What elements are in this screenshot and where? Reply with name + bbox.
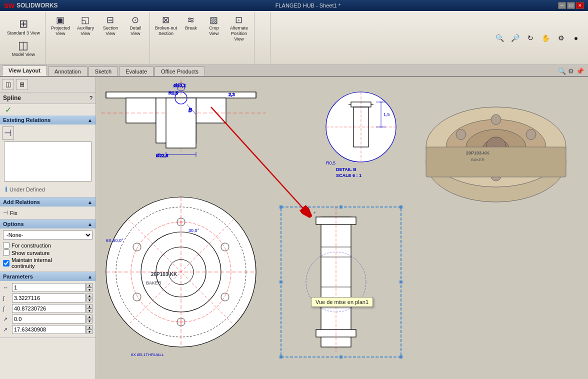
fix-relation-item[interactable]: ⊣ Fix bbox=[3, 208, 92, 217]
tab-officeproducts[interactable]: Office Products bbox=[154, 66, 205, 76]
param5-input[interactable] bbox=[12, 325, 86, 334]
left-panel: ◫ ⊞ Spline ? ✓ Existing Relations ▲ ⊣ ℹ bbox=[0, 77, 96, 379]
auxiliaryview-icon: ◱ bbox=[81, 16, 90, 24]
toolbar-pan-button[interactable]: ✋ bbox=[540, 32, 552, 44]
show-curvature-checkbox[interactable] bbox=[3, 250, 10, 256]
param-row-2: ∫ ▲ ▼ bbox=[3, 294, 92, 302]
panel-icon1[interactable]: ◫ bbox=[2, 79, 14, 90]
param4-input[interactable] bbox=[12, 314, 86, 324]
brand-name: SOLIDWORKS bbox=[16, 2, 58, 9]
existing-relations-header[interactable]: Existing Relations ▲ bbox=[0, 116, 96, 124]
relation-icon-fix: ⊣ bbox=[2, 126, 14, 140]
param4-icon: ↗ bbox=[3, 316, 11, 322]
parameters-collapse[interactable]: ▲ bbox=[88, 274, 92, 280]
detail-view-button[interactable]: ⊙ DetailView bbox=[124, 14, 148, 38]
param3-down[interactable]: ▼ bbox=[86, 308, 92, 313]
param4-spinner: ▲ ▼ bbox=[86, 314, 92, 324]
tab-toolbar-icons: 🔍 ⚙ 📌 bbox=[558, 68, 588, 76]
projected-view-button[interactable]: ▣ ProjectedView bbox=[48, 14, 72, 38]
for-construction-label: For construction bbox=[12, 242, 51, 248]
maintain-continuity-label: Maintain internalcontinuity bbox=[12, 257, 52, 269]
toolbar-zoom-in-button[interactable]: 🔍 bbox=[494, 32, 506, 44]
param1-spinner: ▲ ▼ bbox=[86, 283, 92, 292]
window-title: FLANGED HUB - Sheet1 * bbox=[276, 2, 340, 8]
options-section: Options ▲ -None- For construction Show c… bbox=[0, 220, 96, 272]
param1-input[interactable] bbox=[12, 283, 86, 292]
options-dropdown[interactable]: -None- bbox=[3, 230, 92, 240]
section-view-button[interactable]: ⊟ SectionView bbox=[98, 14, 122, 38]
tab-search-icon[interactable]: 🔍 bbox=[558, 68, 566, 75]
param2-icon: ∫ bbox=[3, 295, 11, 301]
window-controls: ─ □ ✕ bbox=[558, 2, 584, 9]
brokenoutsection-label: Broken-outSection bbox=[155, 26, 177, 36]
relations-list-box[interactable] bbox=[4, 142, 92, 182]
tabbar: View Layout Annotation Sketch Evaluate O… bbox=[0, 65, 588, 77]
cropview-icon: ▨ bbox=[210, 16, 218, 24]
param1-down[interactable]: ▼ bbox=[86, 288, 92, 292]
toolbar-rotate-button[interactable]: ↻ bbox=[524, 32, 536, 44]
parameters-content: ↔ ▲ ▼ ∫ ▲ ▼ ∫ bbox=[0, 281, 96, 338]
close-button[interactable]: ✕ bbox=[576, 2, 584, 9]
tab-settings-icon[interactable]: ⚙ bbox=[568, 68, 574, 75]
panel-icon2[interactable]: ⊞ bbox=[16, 79, 28, 90]
toolbar-group-position bbox=[256, 12, 270, 64]
alternate-position-view-button[interactable]: ⊡ AlternatePositionView bbox=[226, 14, 252, 43]
existing-relations-collapse[interactable]: ▲ bbox=[88, 118, 92, 123]
standard-3view-button[interactable]: ⊞ Standard 3 View bbox=[5, 17, 42, 38]
param5-icon: ↗ bbox=[3, 326, 11, 333]
param5-down[interactable]: ▼ bbox=[86, 330, 92, 334]
broken-out-section-button[interactable]: ⊠ Broken-outSection bbox=[153, 14, 179, 38]
alternateposview-label: AlternatePositionView bbox=[230, 26, 248, 42]
param1-up[interactable]: ▲ bbox=[86, 283, 92, 288]
param2-spinner: ▲ ▼ bbox=[86, 294, 92, 302]
param2-input[interactable] bbox=[12, 294, 86, 302]
options-content: -None- For construction Show curvature M… bbox=[0, 228, 96, 272]
tab-viewlayout[interactable]: View Layout bbox=[2, 66, 47, 76]
accept-button[interactable]: ✓ bbox=[2, 104, 14, 115]
toolbar-extra-button[interactable]: ● bbox=[570, 32, 582, 44]
under-defined-status: ℹ Under Defined bbox=[2, 184, 94, 195]
parameters-title: Parameters bbox=[3, 274, 33, 280]
add-relations-collapse[interactable]: ▲ bbox=[88, 200, 92, 205]
model-view-button[interactable]: ◫ Model View bbox=[10, 38, 37, 59]
alternateposview-icon: ⊡ bbox=[235, 16, 242, 24]
param4-up[interactable]: ▲ bbox=[86, 314, 92, 319]
param2-up[interactable]: ▲ bbox=[86, 294, 92, 298]
break-icon: ≋ bbox=[187, 16, 194, 24]
param3-input[interactable] bbox=[12, 304, 86, 313]
tab-pin-icon[interactable]: 📌 bbox=[576, 68, 584, 75]
param3-up[interactable]: ▲ bbox=[86, 304, 92, 308]
auxiliaryview-label: AuxiliaryView bbox=[77, 26, 94, 36]
toolbar-options-button[interactable]: ⚙ bbox=[555, 32, 567, 44]
drawing-area[interactable]: Ø10,2 R0,5 2,3 Ø22,8 B bbox=[96, 77, 588, 379]
param3-icon: ∫ bbox=[3, 306, 11, 312]
add-relations-header[interactable]: Add Relations ▲ bbox=[0, 198, 96, 206]
for-construction-checkbox[interactable] bbox=[3, 242, 10, 248]
parameters-header[interactable]: Parameters ▲ bbox=[0, 272, 96, 281]
add-relations-content: ⊣ Fix bbox=[0, 206, 96, 219]
minimize-button[interactable]: ─ bbox=[558, 2, 566, 9]
param5-up[interactable]: ▲ bbox=[86, 325, 92, 330]
maintain-continuity-checkbox[interactable] bbox=[3, 260, 10, 266]
add-relations-title: Add Relations bbox=[3, 199, 40, 205]
tab-sketch[interactable]: Sketch bbox=[88, 66, 118, 76]
existing-relations-title: Existing Relations bbox=[3, 117, 50, 123]
tab-annotation[interactable]: Annotation bbox=[48, 66, 88, 76]
options-collapse[interactable]: ▲ bbox=[88, 222, 92, 227]
help-button[interactable]: ? bbox=[90, 95, 92, 101]
tab-evaluate[interactable]: Evaluate bbox=[119, 66, 154, 76]
under-defined-label: Under Defined bbox=[10, 186, 45, 192]
param3-spinner: ▲ ▼ bbox=[86, 304, 92, 313]
param-row-5: ↗ ▲ ▼ bbox=[3, 325, 92, 334]
show-curvature-checkbox-row: Show curvature bbox=[3, 249, 92, 256]
spline-title: Spline bbox=[3, 94, 21, 102]
options-header[interactable]: Options ▲ bbox=[0, 220, 96, 228]
crop-view-button[interactable]: ▨ CropView bbox=[203, 14, 225, 38]
auxiliary-view-button[interactable]: ◱ AuxiliaryView bbox=[74, 14, 98, 38]
param4-down[interactable]: ▼ bbox=[86, 319, 92, 324]
toolbar-zoom-out-button[interactable]: 🔎 bbox=[509, 32, 522, 44]
maximize-button[interactable]: □ bbox=[567, 2, 575, 9]
param2-down[interactable]: ▼ bbox=[86, 298, 92, 302]
break-button[interactable]: ≋ Break bbox=[180, 14, 202, 32]
standard3view-label: Standard 3 View bbox=[7, 30, 40, 36]
